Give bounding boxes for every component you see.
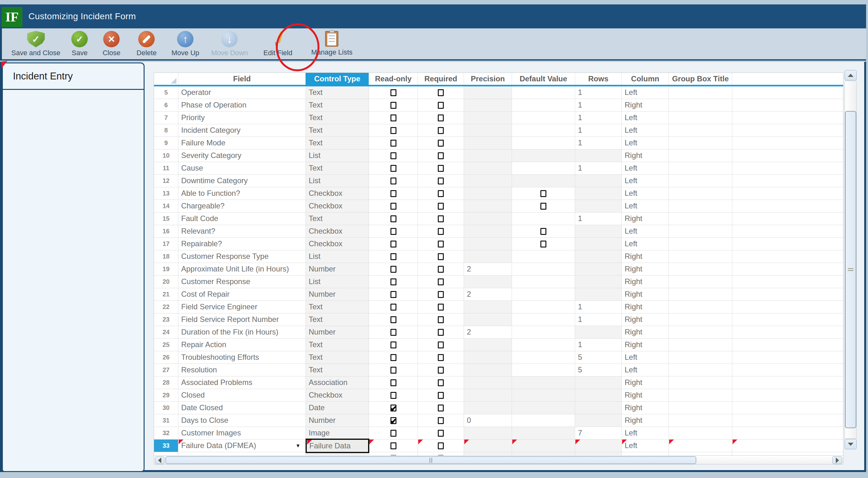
checkbox-checked[interactable] <box>391 405 397 411</box>
row-number-cell[interactable]: 6 <box>154 99 178 112</box>
toolbar-button-manage-lists[interactable]: Manage Lists <box>307 31 357 57</box>
checkbox-unchecked[interactable] <box>540 241 546 247</box>
checkbox-checked[interactable] <box>391 417 397 424</box>
row-number-cell[interactable]: 16 <box>154 225 178 238</box>
column-header-precision[interactable]: Precision <box>464 73 512 85</box>
checkbox-unchecked[interactable] <box>391 241 397 247</box>
tab-incident-entry[interactable]: Incident Entry <box>3 63 144 90</box>
checkbox-unchecked[interactable] <box>391 316 397 323</box>
row-number-cell[interactable]: 17 <box>154 238 178 250</box>
toolbar-button-close[interactable]: ✕Close <box>99 31 124 57</box>
checkbox-unchecked[interactable] <box>438 367 444 374</box>
checkbox-unchecked[interactable] <box>438 266 444 273</box>
row-number-cell[interactable]: 14 <box>154 200 178 212</box>
field-dropdown-arrow-icon[interactable]: ▼ <box>296 440 301 452</box>
checkbox-unchecked[interactable] <box>391 114 397 122</box>
toolbar-button-save[interactable]: ✓Save <box>68 31 91 57</box>
checkbox-unchecked[interactable] <box>391 190 397 197</box>
checkbox-unchecked[interactable] <box>391 304 397 311</box>
checkbox-unchecked[interactable] <box>438 89 444 96</box>
checkbox-unchecked[interactable] <box>438 114 444 122</box>
column-header-field[interactable]: Field <box>178 73 306 85</box>
row-number-cell[interactable]: 30 <box>154 402 178 414</box>
row-number-cell[interactable]: 26 <box>154 351 178 364</box>
checkbox-unchecked[interactable] <box>391 430 397 437</box>
column-header-rows[interactable]: Rows <box>575 73 621 85</box>
checkbox-unchecked[interactable] <box>391 165 397 172</box>
column-header-column[interactable]: Column <box>621 73 669 85</box>
control-type-editor-input[interactable]: Failure Data <box>306 439 369 453</box>
checkbox-unchecked[interactable] <box>438 379 444 386</box>
checkbox-unchecked[interactable] <box>438 203 444 210</box>
checkbox-unchecked[interactable] <box>391 354 397 361</box>
checkbox-unchecked[interactable] <box>438 177 444 184</box>
checkbox-unchecked[interactable] <box>438 304 444 311</box>
checkbox-unchecked[interactable] <box>391 203 397 210</box>
column-header-default-value[interactable]: Default Value <box>512 73 575 85</box>
checkbox-unchecked[interactable] <box>391 392 397 399</box>
checkbox-unchecked[interactable] <box>438 278 444 285</box>
checkbox-unchecked[interactable] <box>391 89 397 96</box>
toolbar-button-delete[interactable]: Delete <box>132 31 161 57</box>
row-number-cell[interactable]: 31 <box>154 414 178 427</box>
row-number-cell[interactable]: 5 <box>154 87 178 99</box>
select-all-corner-cell[interactable] <box>154 73 178 85</box>
checkbox-unchecked[interactable] <box>391 329 397 336</box>
horizontal-scroll-thumb[interactable] <box>165 456 696 464</box>
row-number-cell[interactable]: 20 <box>154 276 178 288</box>
row-number-cell[interactable]: 28 <box>154 376 178 389</box>
row-number-cell[interactable]: 21 <box>154 288 178 301</box>
checkbox-unchecked[interactable] <box>391 215 397 222</box>
checkbox-unchecked[interactable] <box>438 241 444 247</box>
checkbox-unchecked[interactable] <box>391 253 397 260</box>
column-header-group-box-title[interactable]: Group Box Title <box>669 73 732 85</box>
toolbar-button-edit-field[interactable]: Edit Field <box>257 31 298 57</box>
row-number-cell[interactable]: 9 <box>154 137 178 149</box>
column-header-control-type[interactable]: Control Type <box>306 73 369 85</box>
row-number-cell[interactable]: 18 <box>154 250 178 263</box>
checkbox-unchecked[interactable] <box>438 127 444 134</box>
checkbox-unchecked[interactable] <box>438 417 444 424</box>
row-number-cell[interactable]: 7 <box>154 112 178 124</box>
row-number-cell[interactable]: 23 <box>154 313 178 326</box>
checkbox-unchecked[interactable] <box>391 102 397 109</box>
checkbox-unchecked[interactable] <box>438 341 444 348</box>
row-number-cell[interactable]: 24 <box>154 326 178 339</box>
checkbox-unchecked[interactable] <box>391 367 397 374</box>
checkbox-unchecked[interactable] <box>391 442 397 449</box>
row-number-cell[interactable]: 15 <box>154 212 178 225</box>
checkbox-unchecked[interactable] <box>438 190 444 197</box>
checkbox-unchecked[interactable] <box>438 165 444 172</box>
checkbox-unchecked[interactable] <box>391 152 397 159</box>
row-number-cell[interactable]: 27 <box>154 364 178 376</box>
checkbox-unchecked[interactable] <box>438 253 444 260</box>
checkbox-unchecked[interactable] <box>391 177 397 184</box>
checkbox-unchecked[interactable] <box>391 278 397 285</box>
toolbar-button-move-up[interactable]: ↑Move Up <box>169 31 202 57</box>
checkbox-unchecked[interactable] <box>438 329 444 336</box>
checkbox-unchecked[interactable] <box>438 354 444 361</box>
row-number-cell[interactable]: 12 <box>154 175 178 187</box>
row-number-cell[interactable]: 32 <box>154 427 178 440</box>
row-number-cell[interactable]: 19 <box>154 263 178 276</box>
column-header-required[interactable]: Required <box>417 73 464 85</box>
row-number-cell[interactable]: 33 <box>154 440 178 452</box>
checkbox-unchecked[interactable] <box>438 316 444 323</box>
row-number-cell[interactable]: 10 <box>154 149 178 162</box>
column-header-extra[interactable] <box>732 73 843 85</box>
checkbox-unchecked[interactable] <box>438 140 444 147</box>
scroll-left-button[interactable] <box>155 456 164 464</box>
checkbox-unchecked[interactable] <box>391 228 397 235</box>
row-number-cell[interactable]: 25 <box>154 339 178 351</box>
checkbox-unchecked[interactable] <box>540 228 546 235</box>
checkbox-unchecked[interactable] <box>391 341 397 348</box>
checkbox-unchecked[interactable] <box>438 228 444 235</box>
scroll-down-button[interactable] <box>845 439 857 449</box>
checkbox-unchecked[interactable] <box>438 291 444 298</box>
scroll-up-button[interactable] <box>845 70 857 80</box>
checkbox-unchecked[interactable] <box>438 215 444 222</box>
row-number-cell[interactable]: 22 <box>154 301 178 313</box>
checkbox-unchecked[interactable] <box>438 442 444 449</box>
checkbox-unchecked[interactable] <box>391 127 397 134</box>
vertical-scroll-thumb[interactable] <box>845 111 856 428</box>
